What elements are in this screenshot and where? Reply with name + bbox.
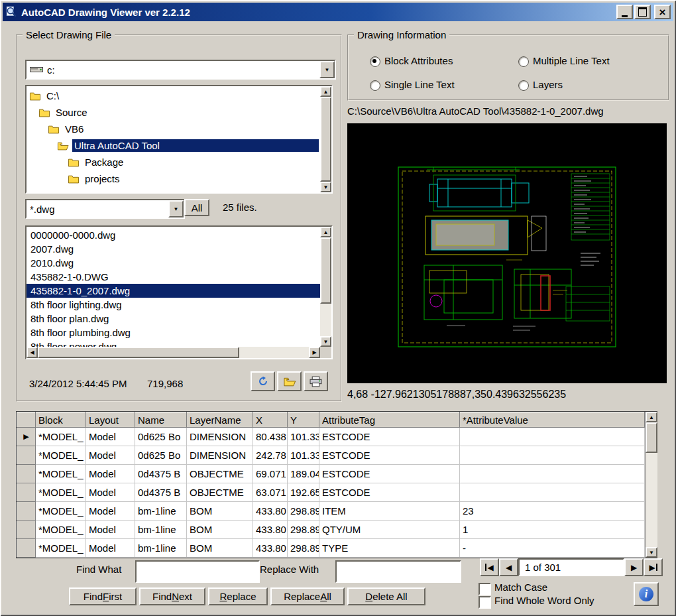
replace-with-input[interactable] — [335, 560, 461, 583]
grid-cell[interactable]: 242.78 — [253, 446, 288, 465]
row-selector[interactable] — [17, 539, 36, 558]
drawing-preview[interactable] — [347, 123, 667, 383]
column-header-y[interactable]: Y — [288, 412, 319, 428]
file-item[interactable]: 435882-1-0.DWG — [27, 270, 320, 284]
radio-multiple-line-text[interactable] — [518, 56, 529, 67]
grid-cell[interactable]: 0d625 Bo — [135, 446, 187, 465]
scroll-up-icon[interactable]: ▲ — [320, 227, 331, 237]
file-list[interactable]: 0000000-0000.dwg 2007.dwg 2010.dwg 43588… — [25, 225, 333, 359]
grid-cell[interactable]: *MODEL_ — [36, 521, 86, 539]
tree-item[interactable]: Source — [27, 104, 320, 121]
grid-cell[interactable] — [460, 465, 645, 483]
previous-record-button[interactable]: ◀ — [499, 558, 518, 576]
grid-cell[interactable]: Model — [86, 428, 135, 446]
dropdown-arrow-icon[interactable]: ▼ — [319, 61, 335, 78]
grid-cell[interactable]: *MODEL_ — [36, 483, 86, 502]
grid-cell[interactable]: bm-1line — [135, 539, 187, 558]
column-header-x[interactable]: X — [253, 412, 288, 428]
scroll-down-icon[interactable]: ▼ — [320, 336, 331, 347]
scroll-right-icon[interactable]: ▶ — [309, 347, 320, 358]
grid-cell[interactable]: 69.071 — [253, 465, 288, 483]
attributes-grid[interactable]: Block Layout Name LayerName X Y Attribut… — [17, 412, 645, 558]
grid-cell[interactable]: ESTCODE — [319, 446, 460, 465]
directory-list[interactable]: C:\ Source VB6 Ultra AutoCAD Tool Packag… — [25, 85, 333, 194]
grid-cell[interactable] — [460, 428, 645, 446]
row-selector[interactable]: ▶ — [17, 428, 36, 446]
grid-cell[interactable]: 23 — [460, 502, 645, 521]
grid-cell[interactable]: OBJECTME — [187, 483, 253, 502]
grid-cell[interactable]: 298.89 — [288, 502, 319, 521]
tree-item-selected[interactable]: Ultra AutoCAD Tool — [27, 137, 320, 154]
grid-cell[interactable]: 189.04 — [288, 465, 319, 483]
grid-row[interactable]: ▶ *MODEL_Model0d625 BoDIMENSION80.438101… — [17, 428, 645, 446]
tree-item[interactable]: Package — [27, 154, 320, 170]
grid-cell[interactable]: Model — [86, 521, 135, 539]
grid-cell[interactable]: *MODEL_ — [36, 465, 86, 483]
scrollbar-thumb[interactable] — [320, 97, 331, 182]
first-record-button[interactable]: ◀ — [480, 558, 499, 576]
scroll-up-icon[interactable]: ▲ — [646, 412, 657, 422]
column-header-block[interactable]: Block — [36, 412, 86, 428]
match-case-checkbox[interactable] — [479, 583, 491, 595]
grid-cell[interactable]: 192.65 — [288, 483, 319, 502]
grid-row[interactable]: *MODEL_Model0d625 BoDIMENSION242.78101.3… — [17, 446, 645, 465]
grid-cell[interactable]: 0d625 Bo — [135, 428, 187, 446]
radio-single-line-text[interactable] — [370, 80, 380, 91]
file-item[interactable]: 0000000-0000.dwg — [27, 228, 320, 242]
replace-all-button[interactable]: Replace All — [270, 587, 345, 605]
scroll-down-icon[interactable]: ▼ — [320, 182, 331, 192]
grid-cell[interactable]: *MODEL_ — [36, 502, 86, 521]
about-button[interactable]: i — [634, 582, 659, 606]
grid-cell[interactable]: 298.89 — [288, 539, 319, 558]
delete-all-button[interactable]: Delete All — [347, 587, 425, 605]
file-item[interactable]: 2010.dwg — [27, 256, 320, 270]
grid-cell[interactable]: 0d4375 B — [135, 483, 187, 502]
grid-cell[interactable]: Model — [86, 483, 135, 502]
filter-combo[interactable]: *.dwg ▼ — [25, 199, 185, 219]
scrollbar-thumb[interactable] — [320, 237, 331, 304]
grid-cell[interactable]: QTY/UM — [319, 521, 460, 539]
column-header-attributetag[interactable]: AttributeTag — [319, 412, 460, 428]
whole-word-checkbox[interactable] — [479, 596, 491, 609]
grid-cell[interactable]: bm-1line — [135, 502, 187, 521]
grid-row[interactable]: *MODEL_Modelbm-1lineBOM433.80298.89QTY/U… — [17, 521, 645, 539]
grid-cell[interactable]: 80.438 — [253, 428, 288, 446]
tree-item[interactable]: VB6 — [27, 121, 320, 137]
scrollbar-thumb[interactable] — [646, 422, 657, 453]
grid-cell[interactable]: Model — [86, 502, 135, 521]
grid-cell[interactable]: - — [460, 539, 645, 558]
grid-cell[interactable]: ITEM — [319, 502, 460, 521]
grid-cell[interactable]: *MODEL_ — [36, 539, 86, 558]
grid-cell[interactable]: 298.89 — [288, 521, 319, 539]
file-item[interactable]: 8th floor power.dwg — [27, 339, 320, 347]
grid-cell[interactable]: 63.071 — [253, 483, 288, 502]
tree-item[interactable]: C:\ — [27, 88, 320, 104]
grid-cell[interactable]: TYPE — [319, 539, 460, 558]
tree-item[interactable]: projects — [27, 170, 320, 187]
all-button[interactable]: All — [184, 199, 209, 216]
grid-row[interactable]: *MODEL_Model0d4375 BOBJECTME63.071192.65… — [17, 483, 645, 502]
grid-cell[interactable]: DIMENSION — [187, 428, 253, 446]
find-next-button[interactable]: Find Next — [139, 587, 205, 605]
row-selector[interactable] — [17, 502, 36, 521]
row-selector[interactable] — [17, 483, 36, 502]
grid-cell[interactable]: 433.80 — [253, 502, 288, 521]
grid-cell[interactable]: BOM — [187, 502, 253, 521]
scroll-left-icon[interactable]: ◀ — [27, 347, 38, 358]
file-item[interactable]: 2007.dwg — [27, 242, 320, 256]
grid-cell[interactable]: ESTCODE — [319, 483, 460, 502]
grid-cell[interactable]: 101.33 — [288, 446, 319, 465]
grid-cell[interactable]: Model — [86, 539, 135, 558]
row-selector[interactable] — [17, 446, 36, 465]
grid-cell[interactable]: 0d4375 B — [135, 465, 187, 483]
print-button[interactable] — [304, 371, 328, 391]
grid-scrollbar[interactable]: ▲ ▼ — [645, 412, 657, 558]
scroll-up-icon[interactable]: ▲ — [320, 86, 331, 97]
grid-cell[interactable]: 101.33 — [288, 428, 319, 446]
close-button[interactable]: × — [654, 5, 671, 19]
maximize-button[interactable] — [634, 5, 651, 19]
dropdown-arrow-icon[interactable]: ▼ — [168, 200, 184, 217]
grid-cell[interactable]: BOM — [187, 521, 253, 539]
grid-cell[interactable]: bm-1line — [135, 521, 187, 539]
grid-cell[interactable]: DIMENSION — [187, 446, 253, 465]
